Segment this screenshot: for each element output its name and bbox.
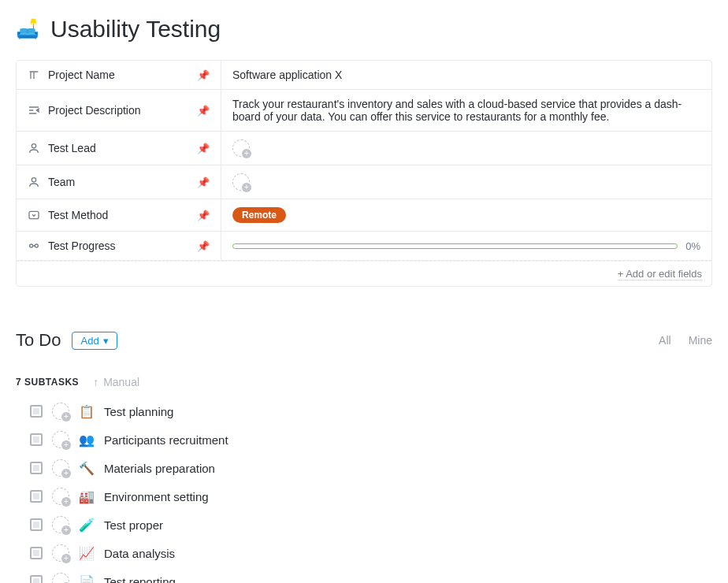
- person-icon: [28, 142, 40, 154]
- field-label-cell[interactable]: Project Name 📌: [17, 61, 221, 89]
- svg-point-1: [32, 178, 35, 182]
- add-edit-fields-link[interactable]: + Add or edit fields: [618, 268, 702, 280]
- subtask-checkbox[interactable]: [30, 405, 43, 418]
- subtask-row[interactable]: 📈 Data analysis: [30, 544, 712, 562]
- svg-rect-2: [29, 211, 39, 218]
- field-value-team[interactable]: [221, 165, 711, 199]
- add-button-label: Add: [80, 335, 98, 347]
- subtask-row[interactable]: 👥 Participants recruitment: [30, 431, 712, 448]
- custom-fields-table: Project Name 📌 Software application X Pr…: [16, 60, 712, 287]
- todo-filters: All Mine: [659, 334, 712, 347]
- subtask-emoji-icon: 🔨: [79, 461, 95, 476]
- pin-icon[interactable]: 📌: [197, 210, 210, 221]
- subtasks-meta: 7 SUBTASKS ↑ Manual: [16, 376, 712, 388]
- field-label: Test Method: [48, 209, 108, 221]
- todo-title: To Do: [16, 330, 61, 351]
- subtask-checkbox[interactable]: [30, 547, 43, 559]
- field-label: Test Progress: [48, 240, 116, 252]
- field-value-project-name[interactable]: Software application X: [221, 61, 711, 89]
- chevron-down-icon: ▾: [103, 335, 109, 347]
- subtask-title: Data analysis: [104, 547, 175, 560]
- field-row-test-progress: Test Progress 📌 0%: [17, 232, 711, 261]
- add-assignee-icon[interactable]: [52, 431, 69, 448]
- field-value-project-description[interactable]: Track your restaurant's inventory and sa…: [221, 90, 711, 131]
- add-assignee-icon[interactable]: [52, 403, 69, 420]
- field-label-cell[interactable]: Team 📌: [17, 165, 221, 199]
- dropdown-icon: [28, 209, 40, 221]
- field-value-test-progress[interactable]: 0%: [221, 232, 711, 260]
- subtask-checkbox[interactable]: [30, 575, 43, 583]
- subtask-emoji-icon: 🏭: [79, 489, 95, 504]
- pin-icon[interactable]: 📌: [197, 105, 210, 117]
- pin-icon[interactable]: 📌: [197, 143, 210, 154]
- pin-icon[interactable]: 📌: [197, 176, 210, 188]
- add-assignee-icon[interactable]: [232, 139, 250, 157]
- description-icon: [28, 104, 40, 117]
- field-label-cell[interactable]: Project Description 📌: [17, 90, 221, 131]
- subtask-emoji-icon: 📋: [79, 404, 95, 419]
- add-assignee-icon[interactable]: [232, 173, 250, 191]
- field-value-test-lead[interactable]: [221, 132, 711, 165]
- subtask-title: Environment setting: [104, 490, 209, 503]
- pin-icon[interactable]: 📌: [197, 240, 210, 252]
- add-assignee-icon[interactable]: [52, 516, 69, 533]
- add-assignee-icon[interactable]: [52, 573, 69, 583]
- field-label-cell[interactable]: Test Lead 📌: [17, 132, 221, 165]
- progress-label: 0%: [685, 240, 700, 252]
- subtask-row[interactable]: 🔨 Materials preparation: [30, 459, 712, 477]
- field-value-test-method[interactable]: Remote: [221, 199, 711, 231]
- svg-point-0: [32, 144, 35, 148]
- arrow-up-icon: ↑: [93, 376, 98, 388]
- subtask-emoji-icon: 📈: [79, 546, 95, 561]
- subtask-title: Test proper: [104, 518, 163, 532]
- add-assignee-icon[interactable]: [52, 488, 69, 505]
- subtask-title: Test reporting: [104, 575, 176, 584]
- subtask-row[interactable]: 🧪 Test proper: [30, 516, 712, 533]
- subtask-checkbox[interactable]: [30, 433, 43, 446]
- field-label: Test Lead: [48, 142, 96, 154]
- sort-label: Manual: [103, 376, 139, 388]
- pin-icon[interactable]: 📌: [197, 69, 210, 81]
- field-label: Team: [48, 176, 75, 188]
- todo-header: To Do Add ▾ All Mine: [16, 330, 712, 351]
- svg-point-3: [30, 244, 33, 247]
- person-icon: [28, 176, 40, 188]
- add-assignee-icon[interactable]: [52, 459, 69, 477]
- subtasks-count: 7 SUBTASKS: [16, 377, 79, 388]
- field-row-test-lead: Test Lead 📌: [17, 132, 711, 165]
- field-label: Project Description: [48, 104, 141, 117]
- field-row-test-method: Test Method 📌 Remote: [17, 199, 711, 232]
- subtask-checkbox[interactable]: [30, 518, 43, 531]
- subtask-row[interactable]: 🏭 Environment setting: [30, 488, 712, 505]
- add-subtask-button[interactable]: Add ▾: [72, 332, 117, 350]
- field-row-team: Team 📌: [17, 165, 711, 199]
- sort-manual[interactable]: ↑ Manual: [93, 376, 139, 388]
- subtask-title: Materials preparation: [104, 462, 215, 475]
- tag-remote[interactable]: Remote: [232, 207, 286, 223]
- field-row-project-name: Project Name 📌 Software application X: [17, 61, 711, 90]
- subtask-emoji-icon: 👥: [79, 433, 95, 447]
- page-header: 🛋️ Usability Testing: [16, 16, 712, 43]
- field-label-cell[interactable]: Test Progress 📌: [17, 232, 221, 260]
- text-icon: [28, 69, 40, 81]
- header-icon: 🛋️: [16, 18, 39, 40]
- subtask-row[interactable]: 📋 Test planning: [30, 403, 712, 420]
- subtask-row[interactable]: 📄 Test reporting: [30, 573, 712, 583]
- progress-bar[interactable]: [232, 243, 678, 249]
- filter-mine[interactable]: Mine: [689, 334, 712, 347]
- subtask-checkbox[interactable]: [30, 462, 43, 474]
- subtask-emoji-icon: 📄: [79, 574, 95, 584]
- page-title: Usability Testing: [50, 16, 221, 43]
- field-label-cell[interactable]: Test Method 📌: [17, 199, 221, 231]
- subtask-checkbox[interactable]: [30, 490, 43, 503]
- subtask-emoji-icon: 🧪: [79, 518, 95, 533]
- field-row-project-description: Project Description 📌 Track your restaur…: [17, 90, 711, 132]
- subtask-list: 📋 Test planning 👥 Participants recruitme…: [16, 403, 712, 583]
- field-label: Project Name: [48, 69, 115, 81]
- svg-point-4: [35, 244, 38, 247]
- progress-icon: [28, 240, 40, 252]
- add-assignee-icon[interactable]: [52, 544, 69, 562]
- filter-all[interactable]: All: [659, 334, 671, 347]
- subtask-title: Participants recruitment: [104, 433, 228, 447]
- add-edit-fields-row: + Add or edit fields: [17, 261, 711, 286]
